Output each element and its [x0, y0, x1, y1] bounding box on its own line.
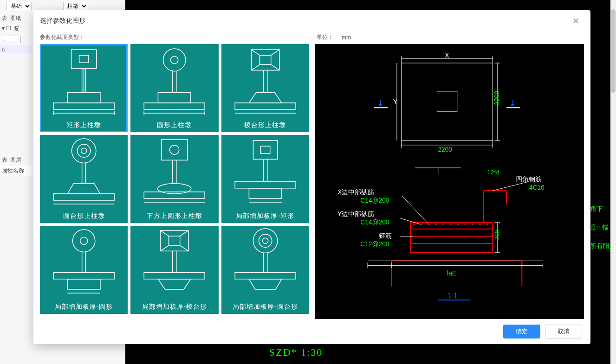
tile-frustum-top[interactable]: 棱台形上柱墩 [221, 44, 309, 132]
svg-marker-27 [249, 93, 282, 103]
svg-rect-46 [260, 146, 270, 153]
tile-label: 局部增加板厚-圆台形 [233, 303, 298, 311]
svg-point-69 [253, 229, 277, 253]
svg-rect-56 [53, 273, 114, 279]
tile-label: 局部增加板厚-矩形 [236, 212, 294, 220]
svg-point-104 [413, 224, 415, 225]
svg-line-22 [271, 50, 279, 55]
svg-point-71 [262, 238, 268, 243]
scrollbar[interactable] [610, 0, 616, 364]
tile-thicken-rect[interactable]: 局部增加板厚-矩形 [221, 135, 309, 223]
svg-rect-43 [144, 192, 205, 198]
svg-point-10 [163, 49, 186, 71]
unit-label: 单位： [317, 33, 333, 41]
svg-rect-45 [253, 140, 277, 159]
svg-line-62 [180, 230, 188, 236]
svg-text:200: 200 [493, 230, 500, 240]
svg-rect-20 [259, 55, 271, 64]
svg-text:X: X [445, 52, 449, 59]
svg-rect-1 [79, 55, 89, 63]
tile-thicken-circle[interactable]: 局部增加板厚-圆形 [40, 226, 128, 314]
svg-rect-50 [249, 188, 282, 198]
svg-text:X边中部纵筋: X边中部纵筋 [337, 189, 374, 196]
tile-circle-top[interactable]: 圆形上柱墩 [130, 44, 218, 132]
svg-marker-68 [158, 279, 191, 289]
svg-rect-60 [169, 236, 180, 245]
close-icon[interactable]: ✕ [570, 15, 582, 27]
tile-rect-top[interactable]: 矩形上柱墩 [40, 44, 128, 132]
tile-label: 棱台形上柱墩 [244, 121, 286, 129]
svg-text:12*d: 12*d [487, 169, 499, 176]
tile-thicken-cone[interactable]: 局部增加板厚-圆台形 [221, 226, 309, 314]
svg-rect-67 [144, 273, 205, 279]
svg-point-70 [259, 234, 272, 247]
svg-point-53 [80, 237, 88, 244]
tile-thicken-frustum[interactable]: 局部增加板厚-棱台形 [130, 226, 218, 314]
svg-rect-77 [437, 91, 457, 111]
dialog-select-parametric: 选择参数化图形 ✕ 参数化截面类型： [33, 10, 590, 344]
tile-label: 圆台形上柱墩 [63, 212, 105, 220]
svg-text:四角钢筋: 四角钢筋 [516, 176, 542, 183]
svg-point-109 [450, 224, 452, 225]
svg-point-108 [442, 224, 444, 225]
tile-label: 局部增加板厚-圆形 [55, 303, 113, 311]
bg-bottom-label: SZD* 1:30 [269, 346, 323, 358]
svg-rect-14 [158, 93, 191, 103]
svg-point-52 [72, 230, 95, 252]
svg-rect-74 [235, 273, 296, 279]
svg-rect-57 [67, 279, 100, 289]
tile-label: 矩形上柱墩 [66, 121, 101, 129]
tile-cone-top[interactable]: 圆台形上柱墩 [40, 135, 128, 223]
ok-button[interactable]: 确定 [503, 325, 540, 338]
svg-rect-38 [162, 140, 188, 160]
bg-dropdown-pier[interactable]: 柱墩 [63, 2, 88, 10]
svg-point-107 [435, 224, 437, 225]
svg-point-111 [464, 224, 466, 225]
bg-side-panel: 表图纸 ▾ ☐ 复 ⎌ 表图层 属性名称 [0, 13, 32, 176]
section-type-label: 参数化截面类型： [40, 33, 309, 41]
svg-marker-35 [67, 184, 100, 194]
svg-text:laE: laE [447, 270, 456, 277]
svg-text:2200: 2200 [438, 146, 452, 153]
svg-rect-76 [402, 63, 493, 140]
tile-label: 局部增加板厚-棱台形 [142, 303, 207, 311]
svg-line-24 [271, 64, 279, 70]
bg-search[interactable] [2, 36, 20, 43]
bg-dropdown-basic[interactable]: 基础 [6, 2, 32, 10]
svg-point-11 [171, 56, 178, 64]
svg-rect-0 [71, 50, 96, 68]
svg-rect-99 [410, 223, 493, 253]
svg-point-32 [81, 148, 87, 153]
svg-rect-5 [67, 93, 100, 103]
preview-canvas: X Y 2200 2200 1 1 [315, 44, 584, 319]
svg-line-64 [180, 245, 188, 251]
svg-line-63 [161, 245, 169, 251]
dialog-title: 选择参数化图形 [40, 17, 85, 25]
unit-value: mm [342, 34, 351, 41]
svg-marker-75 [249, 279, 282, 289]
svg-line-21 [251, 50, 259, 55]
svg-text:C14@200: C14@200 [360, 197, 389, 204]
cancel-button[interactable]: 取消 [545, 325, 582, 338]
svg-rect-28 [235, 103, 296, 109]
svg-text:4C16: 4C16 [529, 184, 545, 191]
svg-text:C14@200: C14@200 [360, 219, 389, 226]
svg-point-110 [457, 224, 459, 225]
svg-point-112 [472, 224, 473, 225]
svg-line-61 [161, 230, 169, 236]
svg-text:Y: Y [393, 98, 397, 105]
svg-point-31 [78, 144, 91, 157]
svg-point-114 [486, 224, 488, 225]
svg-text:1: 1 [511, 99, 515, 106]
svg-text:Y边中部纵筋: Y边中部纵筋 [337, 211, 374, 217]
svg-text:箍筋: 箍筋 [379, 232, 392, 239]
tile-label: 下方上圆形上柱墩 [147, 212, 202, 220]
tile-label: 圆形上柱墩 [157, 121, 192, 129]
svg-text:C12@200: C12@200 [360, 241, 389, 248]
svg-point-113 [479, 224, 481, 225]
tile-below-circle-top[interactable]: 下方上圆形上柱墩 [130, 135, 218, 223]
svg-text:2200: 2200 [493, 90, 500, 105]
tile-grid: 矩形上柱墩 [40, 44, 309, 314]
svg-rect-6 [53, 103, 114, 109]
svg-rect-49 [235, 182, 296, 188]
